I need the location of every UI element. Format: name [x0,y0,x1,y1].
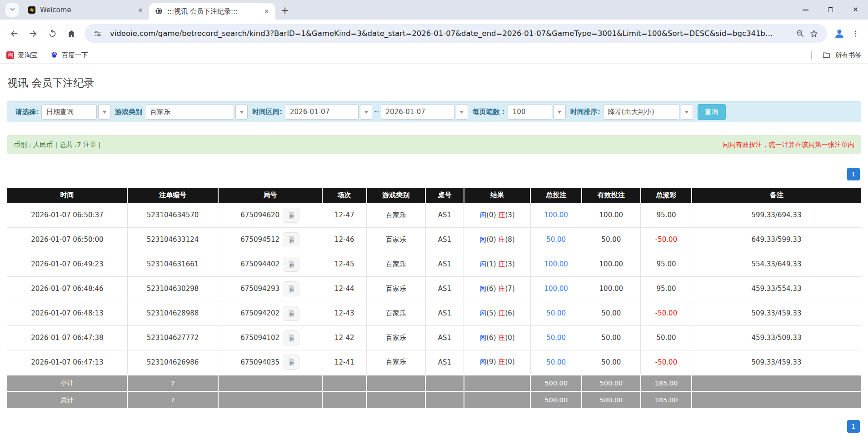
dropdown-arrow-icon[interactable] [360,105,372,120]
date-start-select[interactable]: 2026-01-07 [285,105,372,120]
bookmark-label: 爱淘宝 [18,51,38,60]
col-total-bet: 总投注 [530,188,582,203]
kebab-menu-icon [852,30,860,38]
url-text[interactable]: videoie.com/game/betrecord_search/kind3?… [110,29,793,38]
bookmark-star-icon[interactable] [807,27,821,40]
date-range-label: 时间区间: [252,108,282,116]
player-result: 闲 [479,309,486,317]
welcome-favicon-icon [27,5,36,15]
col-bet-id: 注单编号 [127,188,218,203]
bet-id: 523104626986 [127,350,218,375]
result-cell: 闲(6)庄(7) [464,276,531,301]
video-file-icon [287,334,295,342]
dropdown-arrow-icon[interactable] [235,105,248,120]
window-close-button[interactable]: ✕ [843,0,868,20]
total-valid-bet: 500.00 [582,391,641,408]
tab-welcome[interactable]: Welcome ✕ [22,2,149,18]
warning-note-text: 同局有效投注，统一计算在该局第一张注单内 [723,140,854,149]
col-payout: 总派彩 [641,188,692,203]
video-replay-button[interactable] [283,232,299,247]
dropdown-arrow-icon[interactable] [98,105,110,120]
video-replay-button[interactable] [283,355,299,370]
new-tab-button[interactable]: + [278,3,292,17]
search-button[interactable]: 查询 [698,104,726,120]
divider [811,51,812,60]
profile-avatar[interactable] [831,25,848,42]
game-type-value[interactable]: 百家乐 [145,105,234,120]
forward-button[interactable] [24,24,43,43]
query-type-value[interactable]: 日期查询 [41,105,97,120]
date-range-tilde: ~ [374,108,379,116]
payout: 95.00 [641,276,692,301]
dropdown-arrow-icon[interactable] [681,105,693,120]
window-maximize-button[interactable] [818,0,843,20]
video-replay-button[interactable] [283,330,299,345]
reload-button[interactable] [43,24,62,43]
close-icon[interactable]: ✕ [136,6,145,14]
date-start-value[interactable]: 2026-01-07 [285,105,359,120]
total-bet-link[interactable]: 50.00 [530,301,582,325]
total-bet-link[interactable]: 50.00 [530,325,582,350]
close-icon[interactable]: ✕ [263,7,271,15]
select-type-label: 请选择: [15,108,39,116]
total-bet-link[interactable]: 100.00 [530,276,582,301]
dropdown-arrow-icon[interactable] [456,105,468,120]
query-type-select[interactable]: 日期查询 [41,105,110,120]
game-type-select[interactable]: 百家乐 [145,105,248,120]
site-settings-icon[interactable] [91,27,105,40]
table-number: AS1 [425,301,464,325]
browser-toolbar: videoie.com/game/betrecord_search/kind3?… [0,20,868,47]
bookmark-taobao[interactable]: 淘 爱淘宝 [6,51,38,60]
payout: 95.00 [641,203,692,227]
note: 554.33/649.33 [692,252,861,276]
result-cell: 闲(0)庄(3) [464,203,531,227]
valid-bet: 50.00 [582,325,641,350]
video-replay-button[interactable] [283,257,299,272]
total-bet-link[interactable]: 100.00 [530,203,582,227]
subtotal-payout: 185.00 [641,375,692,391]
window-minimize-button[interactable] [793,0,818,20]
zoom-out-icon[interactable] [793,27,807,40]
table-number: AS1 [425,325,464,350]
page-1-button[interactable]: 1 [847,168,860,180]
bet-time: 2026-01-07 06:49:23 [7,252,128,276]
player-result: 闲 [479,235,486,244]
date-end-select[interactable]: 2026-01-07 [381,105,468,120]
total-bet-link[interactable]: 50.00 [530,350,582,375]
total-bet-link[interactable]: 50.00 [530,227,582,252]
bet-id: 523104634570 [127,203,218,227]
tab-betrecord[interactable]: :::视讯 会员下注纪录::: ✕ [149,3,275,20]
bet-id: 523104631661 [127,252,218,276]
result-cell: 闲(1)庄(3) [464,252,531,276]
tab-search-button[interactable] [5,3,19,17]
per-page-value[interactable]: 100 [508,105,552,120]
banker-result: 庄 [499,260,505,268]
video-replay-button[interactable] [283,306,299,321]
sort-value[interactable]: 降幂(由大到小) [603,105,679,120]
url-bar[interactable]: videoie.com/game/betrecord_search/kind3?… [85,24,827,43]
per-page-select[interactable]: 100 [508,105,566,120]
date-end-value[interactable]: 2026-01-07 [381,105,454,120]
video-replay-button[interactable] [283,208,299,223]
round-cell: 675094035 [218,350,322,375]
sort-select[interactable]: 降幂(由大到小) [603,105,693,120]
valid-bet: 50.00 [582,301,641,325]
bookmark-baidu[interactable]: 百度一下 [50,51,88,60]
home-button[interactable] [62,24,81,43]
page-1-button[interactable]: 1 [847,420,860,433]
dropdown-arrow-icon[interactable] [554,105,566,120]
forward-arrow-icon [28,29,38,39]
total-bet-link[interactable]: 100.00 [530,252,582,276]
minimize-icon [803,10,808,10]
bookmark-label: 百度一下 [62,51,88,60]
bet-time: 2026-01-07 06:50:37 [7,203,128,227]
back-button[interactable] [5,24,24,43]
globe-icon [155,7,164,16]
browser-menu-button[interactable] [848,25,863,42]
video-replay-button[interactable] [283,281,299,296]
person-icon [833,28,845,40]
table-row: 2026-01-07 06:47:13 523104626986 6750940… [7,350,861,375]
total-label: 总计 [7,391,128,408]
all-bookmarks[interactable]: 所有书签 [811,50,862,60]
total-total-bet: 500.00 [530,391,582,408]
